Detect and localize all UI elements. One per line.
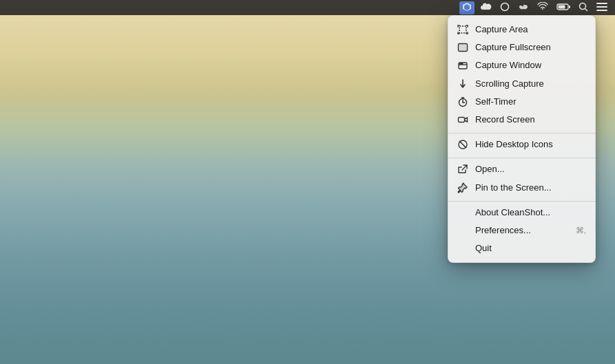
menu-item-about[interactable]: About CleanShot... [448, 204, 596, 222]
svg-rect-7 [596, 6, 607, 8]
tools-section: Open... Pin to the Screen... [448, 158, 596, 198]
preferences-icon [457, 225, 468, 236]
svg-rect-9 [459, 26, 466, 33]
wifi-menubar-icon[interactable] [535, 2, 550, 14]
circle-menubar-icon[interactable] [498, 2, 512, 14]
menubar [0, 0, 615, 15]
quit-icon [457, 243, 468, 254]
about-label: About CleanShot... [475, 206, 586, 219]
menu-item-self-timer[interactable]: Self-Timer [448, 93, 596, 111]
svg-rect-22 [459, 118, 465, 122]
app-section: About CleanShot... Preferences... ⌘, Qui… [448, 201, 596, 260]
svg-line-5 [585, 8, 588, 11]
battery-menubar-icon[interactable] [554, 2, 572, 13]
scrolling-capture-icon [457, 78, 468, 89]
svg-rect-2 [569, 6, 570, 8]
quit-label: Quit [475, 242, 586, 255]
capture-window-icon [457, 60, 468, 71]
menu-item-open[interactable]: Open... [448, 160, 596, 178]
self-timer-label: Self-Timer [475, 96, 586, 108]
svg-point-15 [461, 63, 463, 65]
self-timer-icon [457, 96, 468, 107]
svg-rect-11 [459, 45, 466, 50]
capture-area-label: Capture Area [475, 23, 586, 36]
dropdown-menu: Capture Area Capture Fullscreen Capt [448, 15, 596, 263]
menu-item-preferences[interactable]: Preferences... ⌘, [448, 222, 596, 239]
menu-item-quit[interactable]: Quit [448, 239, 596, 257]
hide-desktop-label: Hide Desktop Icons [475, 138, 586, 151]
capture-section: Capture Area Capture Fullscreen Capt [448, 19, 596, 131]
hamburger-menubar-icon[interactable] [594, 2, 609, 13]
pin-label: Pin to the Screen... [475, 182, 586, 194]
capture-area-icon [457, 24, 468, 35]
svg-point-0 [501, 3, 509, 10]
scrolling-capture-label: Scrolling Capture [475, 78, 586, 90]
menu-item-scrolling-capture[interactable]: Scrolling Capture [448, 75, 596, 93]
svg-rect-6 [596, 3, 607, 4]
svg-line-25 [462, 165, 467, 170]
search-menubar-icon[interactable] [576, 2, 590, 14]
record-screen-icon [457, 114, 468, 125]
svg-point-14 [460, 63, 461, 65]
record-screen-label: Record Screen [475, 114, 586, 126]
open-icon [457, 164, 468, 175]
capture-fullscreen-label: Capture Fullscreen [475, 41, 586, 54]
menu-item-capture-fullscreen[interactable]: Capture Fullscreen [448, 39, 596, 56]
capture-fullscreen-icon [457, 42, 468, 53]
cloud-menubar-icon[interactable] [479, 2, 494, 13]
menu-item-record-screen[interactable]: Record Screen [448, 111, 596, 129]
preferences-shortcut: ⌘, [576, 225, 586, 237]
svg-rect-8 [596, 10, 607, 11]
about-icon [457, 207, 468, 218]
capture-window-label: Capture Window [475, 59, 586, 72]
menu-item-hide-desktop[interactable]: Hide Desktop Icons [448, 136, 596, 153]
menu-item-capture-area[interactable]: Capture Area [448, 21, 596, 39]
hide-desktop-icon [457, 139, 468, 150]
butterfly-menubar-icon[interactable] [516, 2, 531, 14]
menu-item-pin[interactable]: Pin to the Screen... [448, 179, 596, 197]
pin-icon [457, 182, 468, 193]
svg-line-24 [459, 141, 466, 148]
open-label: Open... [475, 163, 586, 175]
svg-rect-3 [559, 6, 565, 9]
preferences-label: Preferences... [475, 224, 569, 237]
svg-point-4 [580, 3, 586, 9]
cleanshot-menubar-icon[interactable] [459, 1, 475, 14]
desktop-section: Hide Desktop Icons [448, 133, 596, 156]
menu-item-capture-window[interactable]: Capture Window [448, 56, 596, 74]
